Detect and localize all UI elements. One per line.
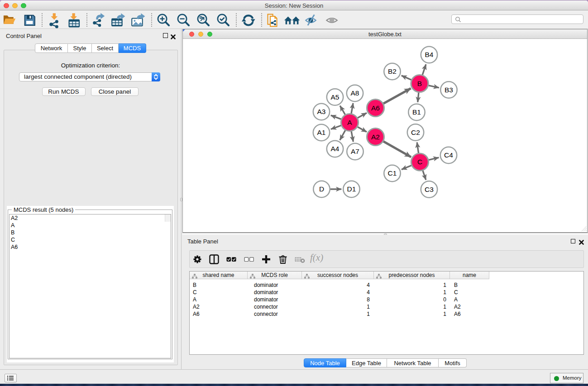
svg-text:C2: C2 (411, 129, 420, 136)
svg-text:A1: A1 (317, 129, 326, 136)
svg-text:A: A (347, 119, 352, 126)
svg-text:D1: D1 (347, 185, 356, 193)
svg-text:B4: B4 (425, 51, 434, 58)
svg-text:C3: C3 (425, 186, 434, 193)
svg-text:C1: C1 (388, 169, 397, 177)
svg-text:A2: A2 (371, 133, 380, 141)
svg-text:B1: B1 (412, 108, 421, 116)
svg-text:D: D (319, 185, 324, 193)
svg-text:C: C (417, 158, 422, 166)
svg-text:B: B (417, 80, 422, 87)
svg-text:A4: A4 (331, 145, 339, 152)
svg-text:A7: A7 (351, 148, 359, 155)
svg-text:B2: B2 (388, 67, 397, 75)
svg-text:B3: B3 (445, 86, 453, 94)
svg-text:A3: A3 (317, 108, 326, 115)
svg-text:A5: A5 (331, 93, 339, 101)
svg-text:A8: A8 (351, 89, 359, 97)
svg-text:A6: A6 (371, 104, 380, 112)
svg-text:C4: C4 (444, 151, 453, 159)
